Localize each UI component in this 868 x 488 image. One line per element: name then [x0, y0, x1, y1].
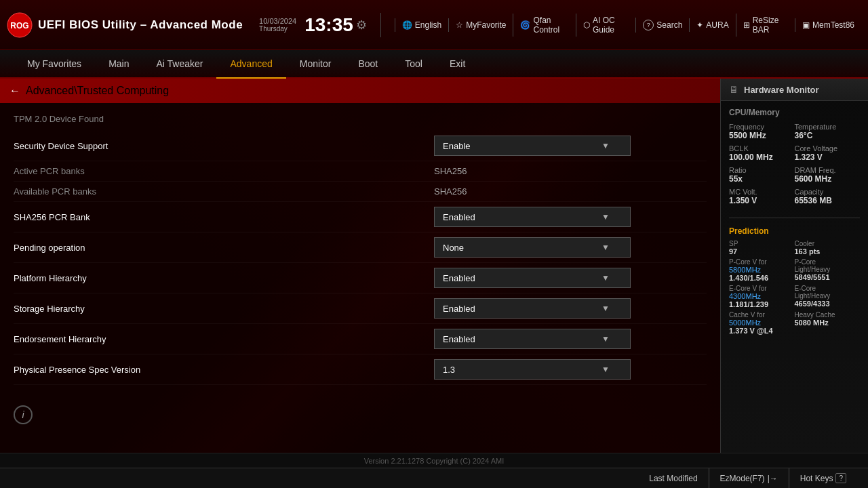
menu-english[interactable]: 🌐 English: [395, 18, 448, 32]
menu-aioc[interactable]: ⬡ AI OC Guide: [576, 14, 635, 37]
sha256-dropdown[interactable]: Enabled ▼: [434, 207, 631, 227]
menu-qfan[interactable]: 🌀 Qfan Control: [513, 14, 575, 37]
physical-presence-dropdown[interactable]: 1.3 ▼: [434, 359, 631, 380]
platform-dropdown[interactable]: Enabled ▼: [434, 268, 631, 288]
menu-search[interactable]: ? Search: [635, 18, 689, 33]
back-button[interactable]: ←: [9, 85, 20, 97]
nav-item-tool[interactable]: Tool: [391, 50, 436, 79]
nav-bar: My Favorites Main Ai Tweaker Advanced Mo…: [0, 50, 868, 79]
setting-row-platform: Platform Hierarchy Enabled ▼: [14, 263, 707, 293]
chevron-down-icon: ▼: [601, 365, 610, 374]
mcvolt-value: 1.350 V: [729, 196, 795, 205]
security-device-dropdown[interactable]: Enable ▼: [434, 136, 631, 156]
ecore-lh-sub: Light/Heavy: [795, 292, 861, 300]
pending-dropdown[interactable]: None ▼: [434, 237, 631, 258]
monitor-icon: 🖥: [729, 84, 738, 95]
setting-row-available-pcr: Available PCR banks SHA256: [14, 182, 707, 202]
date-text: 10/03/2024: [259, 17, 296, 25]
aura-icon: ✦: [696, 20, 703, 30]
pcore-lh-sub: Light/Heavy: [795, 266, 861, 273]
breadcrumb-text: Advanced\Trusted Computing: [26, 85, 169, 97]
dramfreq-value: 5600 MHz: [795, 174, 861, 184]
bclk-label: BCLK: [729, 144, 795, 152]
menu-aura[interactable]: ✦ AURA: [689, 18, 735, 32]
pcore-row: P-Core V for 5800MHz 1.430/1.546 P-Core …: [729, 258, 860, 282]
heavy-cache-value: 5080 MHz: [795, 319, 861, 327]
prediction-title: Prediction: [721, 222, 868, 239]
freq-label: Frequency: [729, 123, 795, 131]
prediction-section: SP 97 Cooler 163 pts P-Core V for 5800MH…: [721, 239, 868, 339]
bclk-value: 100.00 MHz: [729, 152, 795, 162]
pcore-v-freq: 5800MHz: [729, 266, 795, 274]
endorsement-dropdown[interactable]: Enabled ▼: [434, 329, 631, 349]
chevron-down-icon: ▼: [601, 243, 610, 252]
title-text: UEFI BIOS Utility – Advanced Mode: [38, 18, 243, 32]
chevron-down-icon: ▼: [601, 212, 610, 222]
hw-monitor-title: 🖥 Hardware Monitor: [721, 79, 868, 101]
menu-myfavorite[interactable]: ☆ MyFavorite: [448, 18, 513, 32]
gear-icon[interactable]: ⚙: [356, 18, 367, 33]
nav-item-advanced[interactable]: Advanced: [216, 50, 285, 79]
bios-title: UEFI BIOS Utility – Advanced Mode: [38, 18, 243, 32]
nav-item-favorites[interactable]: My Favorites: [14, 50, 95, 79]
mcvolt-capacity-row: MC Volt. 1.350 V Capacity 65536 MB: [729, 188, 860, 205]
chevron-down-icon: ▼: [601, 273, 610, 283]
capacity-label: Capacity: [795, 188, 861, 196]
freq-temp-row: Frequency 5500 MHz Temperature 36°C: [729, 123, 860, 140]
arrow-icon: |→: [768, 474, 778, 483]
temp-label: Temperature: [795, 123, 861, 131]
nav-item-exit[interactable]: Exit: [436, 50, 479, 79]
pcore-v-label: P-Core V for: [729, 258, 795, 266]
pcore-lh-value: 5849/5551: [795, 273, 861, 281]
cpu-memory-section: CPU/Memory Frequency 5500 MHz Temperatur…: [721, 101, 868, 214]
menu-memtest[interactable]: ▣ MemTest86: [795, 18, 861, 32]
top-bar: ROG UEFI BIOS Utility – Advanced Mode 10…: [0, 0, 868, 50]
menu-resizebar[interactable]: ⊞ ReSize BAR: [736, 14, 795, 37]
storage-dropdown[interactable]: Enabled ▼: [434, 298, 631, 319]
setting-row-endorsement: Endorsement Hierarchy Enabled ▼: [14, 324, 707, 354]
last-modified-button[interactable]: Last Modified: [638, 468, 709, 488]
info-button[interactable]: i: [14, 405, 33, 424]
corevolt-label: Core Voltage: [795, 144, 861, 152]
ratio-label: Ratio: [729, 166, 795, 174]
datetime-area: 10/03/2024 Thursday: [259, 17, 296, 33]
cooler-value: 163 pts: [795, 247, 861, 256]
globe-icon: 🌐: [402, 20, 412, 30]
divider: [729, 218, 860, 218]
setting-row-pending: Pending operation None ▼: [14, 232, 707, 263]
ecore-v-label: E-Core V for: [729, 285, 795, 292]
resize-icon: ⊞: [743, 20, 750, 30]
version-text: Version 2.21.1278 Copyright (C) 2024 AMI: [364, 457, 505, 465]
freq-value: 5500 MHz: [729, 131, 795, 140]
cache-v-label: Cache V for: [729, 311, 795, 319]
hotkeys-button[interactable]: Hot Keys ?: [789, 468, 857, 488]
chevron-down-icon: ▼: [601, 141, 610, 150]
temp-value: 36°C: [795, 131, 861, 140]
sp-label: SP: [729, 240, 795, 247]
pcore-lh-label: P-Core: [795, 258, 861, 266]
nav-item-boot[interactable]: Boot: [344, 50, 391, 79]
cooler-label: Cooler: [795, 240, 861, 247]
footer-bar: Last Modified EzMode(F7) |→ Hot Keys ?: [0, 468, 868, 488]
capacity-value: 65536 MB: [795, 196, 861, 205]
dramfreq-label: DRAM Freq.: [795, 166, 861, 174]
breadcrumb: ← Advanced\Trusted Computing: [0, 79, 720, 103]
memtest-icon: ▣: [802, 20, 810, 30]
corevolt-value: 1.323 V: [795, 152, 861, 162]
setting-row-security: Security Device Support Enable ▼: [14, 131, 707, 161]
settings-area: TPM 2.0 Device Found Security Device Sup…: [0, 103, 720, 453]
nav-item-aitweaker[interactable]: Ai Tweaker: [142, 50, 216, 79]
rog-logo: ROG: [7, 12, 33, 38]
bclk-voltage-row: BCLK 100.00 MHz Core Voltage 1.323 V: [729, 144, 860, 162]
nav-item-monitor[interactable]: Monitor: [286, 50, 345, 79]
ecore-lh-label: E-Core: [795, 285, 861, 292]
logo-area: ROG UEFI BIOS Utility – Advanced Mode: [7, 12, 243, 38]
day-text: Thursday: [259, 25, 296, 33]
nav-item-main[interactable]: Main: [95, 50, 142, 79]
ezmode-button[interactable]: EzMode(F7) |→: [709, 468, 789, 488]
setting-row-active-pcr: Active PCR banks SHA256: [14, 161, 707, 182]
star-icon: ☆: [456, 20, 463, 30]
ratio-dram-row: Ratio 55x DRAM Freq. 5600 MHz: [729, 166, 860, 184]
setting-row-sha256: SHA256 PCR Bank Enabled ▼: [14, 202, 707, 232]
heavy-cache-label: Heavy Cache: [795, 311, 861, 319]
